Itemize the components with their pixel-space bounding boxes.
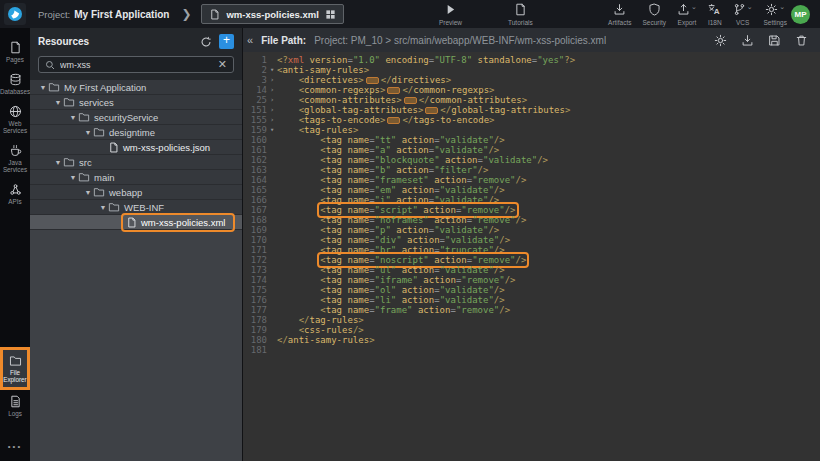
code-line-155: 155› <tags-to-encode></tags-to-encode> [243,115,820,125]
editor-save-icon[interactable] [768,34,781,47]
collapse-panel-icon[interactable]: « [247,35,253,46]
tree-item-label: designtime [109,127,155,138]
app-logo-icon[interactable] [4,3,26,25]
code-line-content: <tag name="div" action="validate"/> [277,235,820,245]
tree-item-web-inf[interactable]: ▼WEB-INF [30,200,242,215]
tree-item-my-first-application[interactable]: ▼My First Application [30,80,242,95]
security-button[interactable]: Security [643,3,666,26]
code-line-165: 165 <tag name="em" action="validate"/> [243,185,820,195]
expand-arrow-icon[interactable]: ▼ [83,129,93,136]
code-line-170: 170 <tag name="div" action="validate"/> [243,235,820,245]
code-line-168: 168 <tag name="noframes" action="remove"… [243,215,820,225]
i18n-button[interactable]: A I18N [708,3,722,26]
expand-arrow-icon[interactable]: ▼ [98,204,108,211]
tree-item-services[interactable]: ▼services [30,95,242,110]
rail-item-pages[interactable]: Pages [0,36,30,68]
resource-tree: ▼My First Application▼services▼securityS… [30,80,242,461]
user-avatar[interactable]: MP [791,5,810,24]
line-number: 179 [243,325,267,335]
rail-item-databases[interactable]: Databases [0,68,30,100]
code-line-content: <tag name="i" action="validate"/> [277,195,820,205]
fold-gutter [267,235,277,245]
code-line-161: 161 <tag name="a" action="validate"/> [243,145,820,155]
rail-item-web-services[interactable]: WebServices [0,100,30,139]
editor-settings-gear-icon[interactable] [714,34,727,47]
rail-item-apis[interactable]: APIs [0,178,30,210]
expand-arrow-icon[interactable]: ▼ [53,99,63,106]
code-line-151: 151› <global-tag-attributes></global-tag… [243,105,820,115]
expand-arrow-icon[interactable]: ▼ [83,189,93,196]
expand-arrow-icon[interactable]: ▼ [68,114,78,121]
fold-toggle-icon[interactable]: › [267,95,277,105]
tutorials-button[interactable]: Tutorials [508,3,533,26]
add-resource-button[interactable]: + [219,34,234,49]
export-button[interactable]: ⌄ Export [677,3,697,26]
fold-toggle-icon[interactable]: › [267,75,277,85]
code-line-162: 162 <tag name="blockquote" action="valid… [243,155,820,165]
code-line-content: </anti-samy-rules> [277,335,820,345]
rail-more-button[interactable]: ••• [0,434,30,461]
refresh-icon[interactable] [200,36,212,48]
folded-code-marker[interactable] [387,87,400,94]
code-area[interactable]: 1<?xml version="1.0" encoding="UTF-8" st… [243,52,820,461]
line-number: 168 [243,215,267,225]
rail-item-file-explorer[interactable]: FileExplorer [0,347,30,390]
vcs-button[interactable]: ⌄ VCS [733,3,753,26]
tree-item-main[interactable]: ▼main [30,170,242,185]
code-line-160: 160 <tag name="tt" action="validate"/> [243,135,820,145]
tutorials-doc-icon [514,3,527,16]
file-icon [126,217,137,228]
fold-toggle-icon[interactable]: ▾ [267,65,277,75]
tree-item-src[interactable]: ▼src [30,155,242,170]
fold-gutter [267,185,277,195]
folder-icon [78,171,90,183]
file-path-label: File Path: [261,35,306,46]
artifacts-button[interactable]: Artifacts [608,3,631,26]
line-number: 178 [243,315,267,325]
search-input[interactable] [60,60,213,70]
code-editor-pane[interactable]: « File Path: Project: PM_10 > src/main/w… [243,28,820,461]
editor-download-icon[interactable] [741,34,754,47]
expand-arrow-icon[interactable]: ▼ [68,174,78,181]
fold-toggle-icon[interactable]: ▾ [267,125,277,135]
expand-arrow-icon[interactable]: ▼ [53,159,63,166]
svg-text:A: A [714,6,720,15]
fold-gutter [267,215,277,225]
code-line-content: <tag name="br" action="truncate"/> [277,245,820,255]
code-line-content: <global-tag-attributes></global-tag-attr… [277,105,820,115]
settings-button[interactable]: ⌄ Settings [764,3,788,26]
code-line-2: 2▾<anti-samy-rules> [243,65,820,75]
fold-gutter [267,135,277,145]
tutorials-label: Tutorials [508,19,533,26]
expand-arrow-icon[interactable]: ▼ [38,84,48,91]
rail-item-java-services[interactable]: JavaServices [0,139,30,178]
open-file-tab[interactable]: wm-xss-policies.xml [201,4,343,24]
tree-item-wm-xss-policies-json[interactable]: wm-xss-policies.json [30,140,242,155]
folded-code-marker[interactable] [425,107,438,114]
preview-button[interactable]: Preview [439,3,462,26]
folded-code-marker[interactable] [366,77,379,84]
rail-item-label: Pages [6,56,24,63]
code-line-166: 166 <tag name="i" action="validate"/> [243,195,820,205]
clear-search-icon[interactable]: ✕ [218,59,227,70]
fold-toggle-icon[interactable]: › [267,115,277,125]
code-line-content: </tag-rules> [277,315,820,325]
line-number: 151 [243,105,267,115]
fold-toggle-icon[interactable]: › [267,105,277,115]
grid-icon[interactable] [325,9,336,20]
vcs-label: VCS [736,19,749,26]
rail-item-logs[interactable]: Logs [0,390,30,422]
fold-toggle-icon[interactable]: › [267,85,277,95]
code-line-content: <tag-rules> [277,125,820,135]
tree-item-securityservice[interactable]: ▼securityService [30,110,242,125]
folded-code-marker[interactable] [404,97,417,104]
tree-item-webapp[interactable]: ▼webapp [30,185,242,200]
tree-item-designtime[interactable]: ▼designtime [30,125,242,140]
rail-item-label: Databases [0,88,30,95]
code-line-180: 180</anti-samy-rules> [243,335,820,345]
project-breadcrumb[interactable]: Project: My First Application [38,9,169,20]
editor-delete-icon[interactable] [795,34,808,47]
topbar: Project: My First Application ❯ wm-xss-p… [0,0,820,28]
folded-code-marker[interactable] [387,117,400,124]
tree-item-wm-xss-policies-xml[interactable]: wm-xss-policies.xml [30,215,242,230]
